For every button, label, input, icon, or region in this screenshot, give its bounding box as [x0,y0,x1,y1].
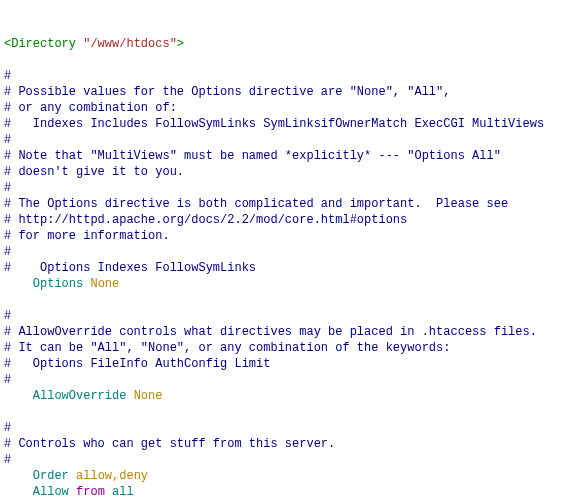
comment-line: # Options FileInfo AuthConfig Limit [4,357,270,371]
comment-line: # [4,69,11,83]
comment-line: # for more information. [4,229,170,243]
comment-line: # Controls who can get stuff from this s… [4,437,335,451]
comment-line: # AllowOverride controls what directives… [4,325,537,339]
comment-line: # http://httpd.apache.org/docs/2.2/mod/c… [4,213,407,227]
allowoverride-value: None [134,389,163,403]
comment-line: # Note that "MultiViews" must be named *… [4,149,501,163]
comment-line: # Possible values for the Options direct… [4,85,450,99]
comment-line: # The Options directive is both complica… [4,197,508,211]
comment-line: # [4,453,11,467]
order-value: allow,deny [76,469,148,483]
allow-directive: Allow [33,485,69,499]
directory-open-tag: <Directory [4,37,83,51]
comment-line: # or any combination of: [4,101,177,115]
comment-line: # [4,245,11,259]
allow-value: all [112,485,134,499]
comment-line: # It can be "All", "None", or any combin… [4,341,450,355]
comment-line: # doesn't give it to you. [4,165,184,179]
comment-line: # [4,181,11,195]
options-value: None [90,277,119,291]
comment-line: # [4,133,11,147]
directory-open-close: > [177,37,184,51]
allow-from: from [76,485,105,499]
allowoverride-directive: AllowOverride [33,389,127,403]
order-directive: Order [33,469,69,483]
comment-line: # [4,309,11,323]
comment-line: # Indexes Includes FollowSymLinks SymLin… [4,117,544,131]
comment-line: # [4,373,11,387]
comment-line: # Options Indexes FollowSymLinks [4,261,256,275]
directory-path: "/www/htdocs" [83,37,177,51]
options-directive: Options [33,277,83,291]
comment-line: # [4,421,11,435]
